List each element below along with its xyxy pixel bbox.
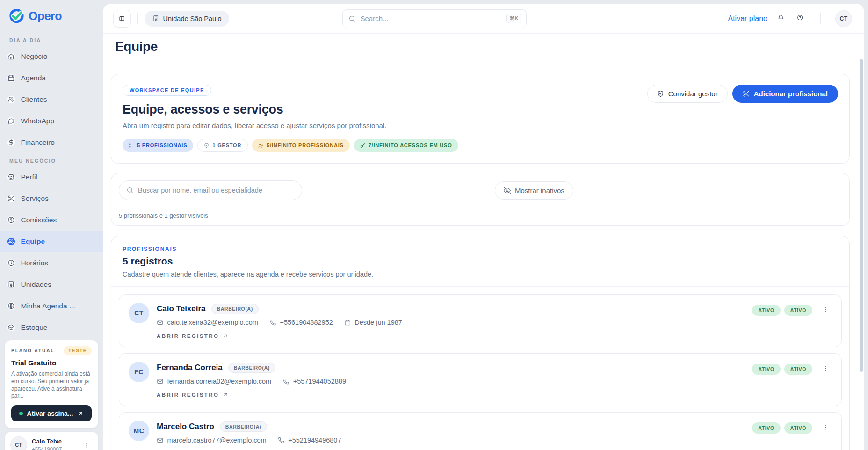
sidebar-user-card[interactable]: CT Caio Teixe... +554190007... — [5, 432, 98, 450]
show-inactive-button[interactable]: Mostrar inativos — [495, 181, 573, 200]
sidebar-section-label: MEU NEGÓCIO — [0, 153, 103, 166]
green-dot-icon — [19, 412, 23, 415]
sidebar-user-menu-button[interactable] — [80, 439, 93, 450]
notifications-button[interactable] — [775, 13, 787, 24]
meta-mail: caio.teixeira32@exemplo.com — [157, 319, 258, 326]
page-header: Equipe — [103, 34, 864, 61]
professionals-card: PROFISSIONAIS 5 registros Cadastre quem … — [111, 236, 850, 450]
sidebar-item-servicos[interactable]: Serviços — [0, 188, 103, 209]
phone-icon — [269, 319, 276, 326]
row-menu-button[interactable] — [820, 421, 832, 434]
workspace-eyebrow-badge: WORKSPACE DE EQUIPE — [123, 85, 211, 96]
workspace-subtitle: Abra um registro para editar dados, libe… — [123, 121, 838, 129]
sidebar-item-agenda[interactable]: Agenda — [0, 67, 103, 89]
team-search[interactable] — [119, 180, 302, 200]
visible-count-text: 5 profissionais e 1 gestor visíveis — [119, 212, 842, 219]
opero-logo-icon — [8, 7, 25, 24]
shield-check-icon — [657, 90, 664, 97]
package-icon — [7, 324, 15, 331]
sidebar-item-negocio[interactable]: Negócio — [0, 46, 103, 67]
plan-card: PLANO ATUAL TESTE Trial Gratuito A ativa… — [5, 340, 98, 428]
professionals-subtitle: Cadastre quem atende clientes, aparece n… — [123, 271, 838, 278]
invite-manager-label: Convidar gestor — [668, 90, 718, 98]
professional-name: Marcelo Castro — [157, 422, 214, 431]
main-panel: Unidade São Paulo ⌘K Ativar plano CT Equ… — [103, 4, 864, 450]
user-plus-icon — [258, 143, 263, 148]
filter-card: Mostrar inativos 5 profissionais e 1 ges… — [111, 173, 850, 226]
open-record-button[interactable]: ABRIR REGISTRO — [157, 392, 229, 398]
arrow-up-right-icon — [223, 333, 229, 339]
mail-icon — [157, 319, 164, 326]
meta-calendar: Desde jun 1987 — [344, 319, 402, 326]
sidebar-item-horarios[interactable]: Horários — [0, 252, 103, 274]
meta-phone: +5571944052889 — [282, 378, 346, 385]
dollar-icon — [7, 139, 15, 146]
add-professional-label: Adicionar profissional — [754, 90, 828, 98]
user-avatar-button[interactable]: CT — [835, 10, 852, 27]
sidebar-item-unidades[interactable]: Unidades — [0, 274, 103, 295]
sidebar-item-label: Estoque — [21, 323, 48, 332]
arrow-up-right-icon — [77, 410, 84, 417]
show-inactive-label: Mostrar inativos — [515, 186, 564, 194]
row-menu-button[interactable] — [820, 304, 832, 316]
help-button[interactable] — [795, 13, 806, 24]
plan-description: A ativação comercial ainda está em curso… — [11, 371, 92, 400]
unit-selector[interactable]: Unidade São Paulo — [145, 11, 229, 27]
workspace-stats: 5 PROFISSIONAIS 1 GESTOR 5/INFINITO PROF… — [123, 139, 838, 152]
sidebar-item-perfil[interactable]: Perfil — [0, 166, 103, 188]
sidebar-item-financeiro[interactable]: Financeiro — [0, 132, 103, 153]
divider — [820, 13, 821, 24]
team-search-input[interactable] — [138, 186, 295, 194]
sidebar-item-label: Horários — [21, 259, 49, 267]
sidebar-section: DIA A DIA Negócio Agenda Clientes WhatsA… — [0, 33, 103, 153]
sidebar-item-label: Negócio — [21, 52, 48, 61]
sidebar-toggle-button[interactable] — [113, 10, 131, 28]
sidebar-item-estoque[interactable]: Estoque — [0, 317, 103, 338]
store-icon — [7, 173, 15, 181]
sidebar-item-whatsapp[interactable]: WhatsApp — [0, 110, 103, 132]
open-record-label: ABRIR REGISTRO — [157, 333, 219, 339]
calendar-icon — [7, 74, 15, 82]
phone-icon — [278, 437, 285, 444]
divider — [119, 207, 842, 207]
row-menu-button[interactable] — [820, 363, 832, 375]
users-icon — [7, 96, 15, 103]
invite-manager-button[interactable]: Convidar gestor — [647, 85, 728, 103]
records-count-title: 5 registros — [123, 256, 838, 267]
page-title: Equipe — [115, 39, 852, 54]
global-search-input[interactable] — [360, 14, 502, 22]
more-vertical-icon — [823, 424, 829, 430]
avatar: FC — [129, 362, 149, 382]
sidebar-item-equipe[interactable]: Equipe — [0, 231, 103, 252]
sidebar-section-label: DIA A DIA — [0, 33, 103, 46]
professional-row: MC Marcelo Castro BARBEIRO(A) marcelo.ca… — [119, 412, 842, 450]
add-professional-button[interactable]: Adicionar profissional — [732, 85, 838, 103]
unit-name: Unidade São Paulo — [163, 15, 222, 22]
brand-logo: Opero — [0, 0, 103, 31]
status-badge: ATIVO — [752, 305, 780, 316]
sidebar-section: MEU NEGÓCIO Perfil Serviços Comissões Eq… — [0, 153, 103, 338]
plan-trial-badge: TESTE — [64, 346, 92, 355]
more-vertical-icon — [823, 365, 829, 371]
global-search[interactable]: ⌘K — [342, 9, 527, 28]
sidebar-item-minha-agenda[interactable]: Minha Agenda ... — [0, 295, 103, 317]
sidebar: Opero DIA A DIA Negócio Agenda Clientes … — [0, 0, 103, 450]
sidebar-item-label: Clientes — [21, 95, 47, 104]
sidebar-item-clientes[interactable]: Clientes — [0, 89, 103, 110]
phone-icon — [282, 378, 289, 385]
globe-icon — [7, 302, 15, 310]
open-record-button[interactable]: ABRIR REGISTRO — [157, 333, 229, 339]
building-icon — [7, 281, 15, 288]
team-icon — [7, 238, 15, 245]
status-badge: ATIVO — [784, 364, 812, 375]
workspace-title: Equipe, acessos e serviços — [123, 102, 838, 117]
professional-name: Fernanda Correia — [157, 363, 223, 372]
more-vertical-icon — [823, 307, 829, 313]
activate-plan-link[interactable]: Ativar plano — [728, 14, 768, 23]
status-badge: ATIVO — [752, 364, 780, 375]
activate-subscription-button[interactable]: Ativar assina... — [11, 405, 92, 421]
scrollbar[interactable] — [860, 59, 863, 372]
sidebar-item-comissoes[interactable]: Comissões — [0, 209, 103, 231]
sidebar-nav: DIA A DIA Negócio Agenda Clientes WhatsA… — [0, 31, 103, 338]
dollar-circle-icon — [7, 216, 15, 224]
